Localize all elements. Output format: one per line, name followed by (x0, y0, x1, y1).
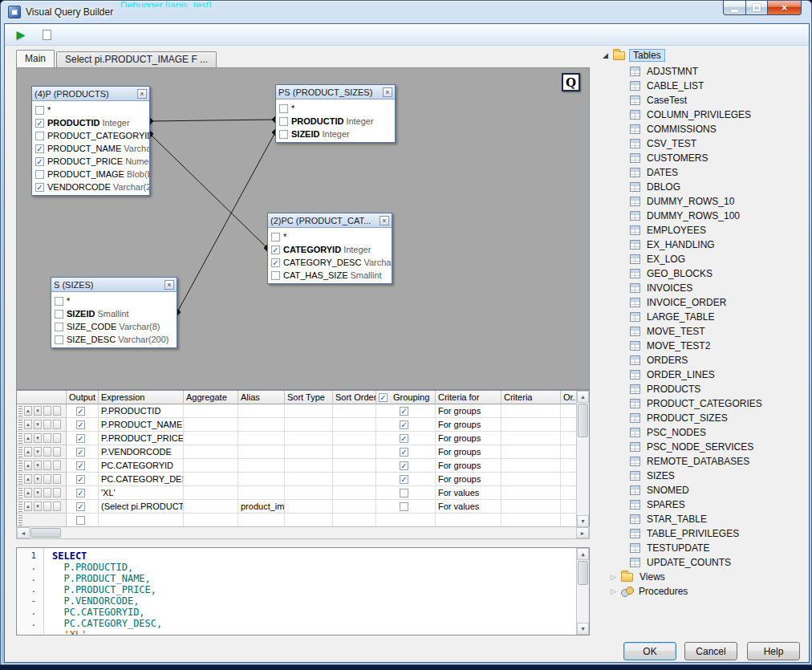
grouping-cell[interactable]: ✓ (376, 445, 436, 459)
row-delete-icon[interactable] (53, 447, 61, 457)
row-handle[interactable]: ▲▼ (17, 459, 67, 473)
tree-item-orders[interactable]: ORDERS (630, 353, 690, 367)
tree-root-tables[interactable]: ◢Tables (603, 48, 665, 63)
tree-item-move_test[interactable]: MOVE_TEST (630, 324, 708, 339)
checkbox[interactable] (76, 516, 85, 525)
scrollbar-thumb[interactable] (30, 528, 61, 538)
row-move-down-icon[interactable]: ▼ (34, 474, 42, 484)
expression-cell[interactable]: P.PRODUCTID (99, 404, 184, 418)
sort-type-cell[interactable] (285, 473, 333, 486)
aggregate-cell[interactable] (184, 486, 238, 500)
zoom-button[interactable]: Q (562, 73, 580, 91)
sort-type-cell[interactable] (285, 404, 333, 418)
grouping-cell[interactable]: ✓ (376, 418, 436, 432)
row-handle[interactable]: ▲▼ (17, 500, 67, 514)
row-delete-icon[interactable] (53, 433, 61, 443)
expand-icon[interactable]: ▷ (611, 573, 621, 581)
tree-item-star_table[interactable]: STAR_TABLE (630, 512, 709, 526)
help-button[interactable]: Help (747, 642, 800, 660)
sort-order-cell[interactable] (333, 445, 376, 459)
expression-cell[interactable]: PC.CATEGORYID (99, 459, 184, 473)
row-move-down-icon[interactable]: ▼ (34, 447, 42, 457)
criteria-cell[interactable] (501, 445, 561, 459)
entity-field[interactable]: ✓PRODUCT_NAMEVarchar (32, 142, 149, 155)
sort-order-cell[interactable] (333, 459, 376, 473)
tree-item-psc_node_services[interactable]: PSC_NODE_SERVICES (630, 440, 756, 454)
checkbox[interactable]: ✓ (76, 489, 85, 497)
checkbox[interactable]: ✓ (35, 183, 44, 192)
alias-cell[interactable] (238, 404, 285, 418)
checkbox[interactable] (279, 104, 288, 113)
tree-item-invoice_order[interactable]: INVOICE_ORDER (630, 295, 729, 310)
criteria-for-cell[interactable]: For groups (436, 418, 501, 432)
entity-close-icon[interactable]: × (164, 280, 174, 290)
scroll-left-button[interactable]: ◄ (17, 527, 30, 538)
tree-item-move_test2[interactable]: MOVE_TEST2 (630, 339, 713, 353)
checkbox[interactable]: ✓ (76, 461, 85, 470)
alias-cell[interactable] (238, 486, 285, 500)
row-move-up-icon[interactable]: ▲ (24, 474, 32, 484)
row-move-down-icon[interactable]: ▼ (34, 433, 42, 443)
aggregate-cell[interactable] (184, 500, 238, 514)
tree-item-testupdate[interactable]: TESTUPDATE (630, 541, 712, 555)
checkbox[interactable] (279, 117, 288, 126)
checkbox[interactable]: ✓ (76, 434, 85, 443)
tree-node-views[interactable]: ▷Views (611, 570, 668, 584)
maximize-button[interactable] (746, 1, 768, 15)
tree-item-spares[interactable]: SPARES (630, 497, 688, 512)
expression-cell[interactable] (99, 514, 184, 527)
checkbox[interactable]: ✓ (271, 258, 280, 267)
checkbox[interactable]: ✓ (76, 407, 85, 416)
cancel-button[interactable]: Cancel (684, 642, 737, 660)
grid-header-aggregate[interactable]: Aggregate (184, 391, 238, 404)
checkbox[interactable]: ✓ (400, 420, 408, 429)
checkbox[interactable] (400, 502, 408, 511)
row-move-down-icon[interactable]: ▼ (34, 420, 42, 429)
entity-field[interactable]: ✓CATEGORY_DESCVarchar (268, 256, 392, 269)
sort-type-cell[interactable] (285, 432, 333, 445)
scrollbar-thumb[interactable] (578, 404, 588, 437)
criteria-for-cell[interactable] (436, 514, 501, 527)
tree-item-dblog[interactable]: DBLOG (630, 180, 683, 194)
expression-cell[interactable]: P.PRODUCT_PRICE (99, 432, 184, 445)
alias-cell[interactable] (238, 445, 285, 459)
sql-code[interactable]: SELECT P.PRODUCTID, P.PRODUCT_NAME, P.PR… (52, 550, 574, 635)
tree-item-column_privileges[interactable]: COLUMN_PRIVILEGES (630, 108, 753, 122)
aggregate-cell[interactable] (184, 445, 238, 459)
scrollbar-track[interactable] (62, 527, 576, 538)
output-cell[interactable]: ✓ (67, 418, 99, 432)
row-handle[interactable]: ▲▼ (17, 404, 67, 418)
checkbox[interactable] (271, 271, 280, 280)
criteria-for-cell[interactable]: For groups (436, 404, 501, 418)
output-cell[interactable]: ✓ (67, 432, 99, 445)
grouping-cell[interactable]: ✓ (376, 459, 436, 473)
checkbox[interactable] (400, 489, 408, 497)
close-button[interactable]: × (768, 1, 802, 15)
tree-item-ex_handling[interactable]: EX_HANDLING (630, 238, 717, 252)
entity-product_sizes[interactable]: PS (PRODUCT_SIZES)×*PRODUCTIDIntegerSIZE… (275, 84, 396, 143)
checkbox[interactable] (271, 233, 280, 242)
entity-titlebar[interactable]: (2)PC (PRODUCT_CAT...× (268, 213, 392, 228)
output-cell[interactable]: ✓ (67, 486, 99, 500)
tree-item-commissions[interactable]: COMMISSIONS (630, 122, 719, 136)
sql-vertical-scrollbar[interactable]: ▲ ▼ (576, 548, 589, 635)
criteria-cell[interactable] (501, 486, 561, 500)
join-line[interactable] (177, 132, 275, 312)
grid-vertical-scrollbar[interactable]: ▲ ▼ (576, 391, 589, 527)
entity-close-icon[interactable]: × (383, 87, 392, 97)
sort-order-cell[interactable] (333, 418, 376, 432)
tree-item-product_sizes[interactable]: PRODUCT_SIZES (630, 411, 730, 425)
aggregate-cell[interactable] (184, 404, 238, 418)
entity-close-icon[interactable]: × (380, 216, 389, 225)
checkbox[interactable] (35, 106, 44, 115)
minimize-button[interactable] (723, 1, 746, 15)
expression-cell[interactable]: (Select pi.PRODUCT_ (99, 500, 184, 514)
scrollbar-track[interactable] (577, 586, 589, 623)
entity-field[interactable]: * (276, 102, 395, 115)
expression-cell[interactable]: 'XL' (99, 486, 184, 500)
sort-type-cell[interactable] (285, 514, 333, 527)
checkbox[interactable]: ✓ (35, 144, 44, 153)
checkbox[interactable] (55, 335, 63, 344)
aggregate-cell[interactable] (184, 432, 238, 445)
tree-item-dates[interactable]: DATES (630, 165, 680, 180)
